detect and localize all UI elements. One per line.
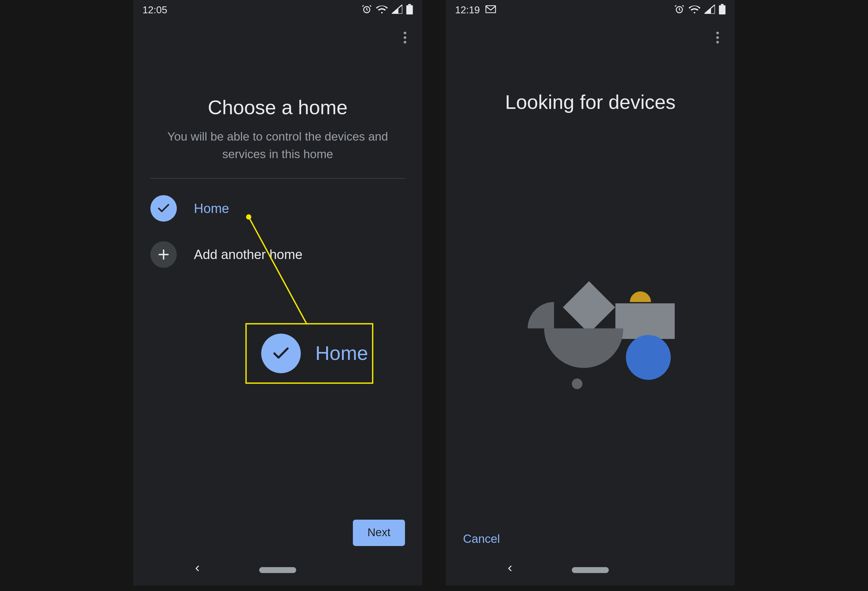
- battery-icon: [406, 4, 413, 15]
- phone-screen-choose-home: 12:05 Choos: [133, 0, 422, 586]
- callout-anchor-dot: [246, 214, 251, 220]
- status-bar: 12:19: [446, 0, 735, 18]
- svg-rect-6: [486, 6, 495, 13]
- home-option-add[interactable]: Add another home: [151, 231, 405, 277]
- check-icon: [151, 195, 177, 221]
- status-time: 12:19: [455, 4, 480, 15]
- more-options-icon[interactable]: [710, 29, 725, 45]
- back-icon[interactable]: [192, 564, 202, 576]
- svg-rect-1: [406, 5, 413, 15]
- home-pill[interactable]: [259, 567, 296, 573]
- home-list: Home Add another home: [133, 178, 422, 278]
- gmail-icon: [485, 5, 496, 13]
- wifi-icon: [689, 4, 701, 14]
- add-home-label: Add another home: [194, 247, 303, 262]
- wifi-icon: [376, 4, 388, 14]
- alarm-icon: [362, 4, 372, 15]
- home-option-home[interactable]: Home: [151, 185, 405, 231]
- callout-label: Home: [315, 342, 368, 365]
- svg-rect-11: [615, 303, 675, 339]
- page-subtitle: You will be able to control the devices …: [149, 128, 406, 164]
- next-button[interactable]: Next: [353, 520, 405, 546]
- svg-point-13: [572, 379, 583, 389]
- loading-illustration: [498, 276, 683, 394]
- svg-point-12: [626, 335, 671, 380]
- status-icons: [674, 4, 726, 15]
- svg-rect-10: [563, 281, 615, 333]
- page-title: Looking for devices: [446, 91, 735, 113]
- status-time: 12:05: [142, 4, 167, 15]
- action-bar: [446, 18, 735, 57]
- signal-icon: [392, 4, 402, 14]
- status-bar: 12:05: [133, 0, 422, 18]
- nav-bar: [133, 554, 422, 586]
- signal-icon: [704, 4, 715, 14]
- page-title: Choose a home: [133, 96, 422, 119]
- home-pill[interactable]: [572, 567, 609, 573]
- alarm-icon: [674, 4, 685, 15]
- check-icon: [261, 333, 301, 373]
- phone-screen-looking-for-devices: 12:19: [446, 0, 735, 586]
- svg-rect-2: [408, 4, 411, 5]
- cancel-button[interactable]: Cancel: [463, 532, 500, 546]
- callout-home: Home: [245, 323, 373, 384]
- nav-bar: [446, 554, 735, 586]
- back-icon[interactable]: [505, 564, 515, 576]
- home-option-label: Home: [194, 201, 229, 216]
- svg-rect-8: [719, 5, 726, 15]
- battery-icon: [719, 4, 726, 15]
- svg-rect-9: [721, 4, 723, 5]
- status-icons: [362, 4, 413, 15]
- more-options-icon[interactable]: [397, 29, 413, 45]
- plus-icon: [151, 242, 177, 268]
- action-bar: [133, 18, 422, 57]
